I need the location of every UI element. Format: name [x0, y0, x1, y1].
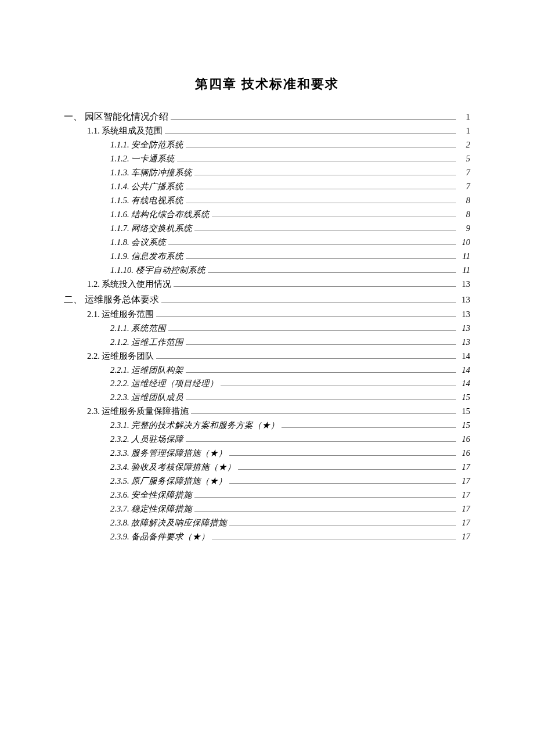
- toc-entry: 1.1.7. 网络交换机系统9: [64, 222, 470, 236]
- toc-entry-label: 2.1.2. 运维工作范围: [110, 336, 183, 350]
- toc-entry-page: 17: [459, 460, 470, 474]
- toc-entry-page: 7: [459, 166, 470, 180]
- toc-entry-label: 1.1.7. 网络交换机系统: [110, 222, 192, 236]
- toc-entry: 2.2.1. 运维团队构架14: [64, 363, 470, 377]
- toc-leader-line: [282, 427, 456, 428]
- toc-leader-line: [161, 302, 456, 303]
- toc-leader-line: [229, 483, 456, 484]
- toc-leader-line: [191, 413, 456, 414]
- toc-entry-label: 2.3.7. 稳定性保障措施: [110, 502, 192, 516]
- toc-entry-label: 2.2.3. 运维团队成员: [110, 391, 183, 405]
- toc-entry-label: 1.1.4. 公共广播系统: [110, 180, 183, 194]
- toc-entry-page: 17: [459, 488, 470, 502]
- toc-entry-page: 8: [459, 208, 470, 222]
- toc-entry-page: 11: [459, 264, 470, 278]
- toc-entry-label: 2.3.4. 验收及考核保障措施（★）: [110, 460, 236, 474]
- toc-leader-line: [229, 455, 456, 456]
- toc-entry-page: 17: [459, 474, 470, 488]
- toc-entry: 1.1. 系统组成及范围1: [64, 124, 470, 138]
- toc-entry-label: 2.3.9. 备品备件要求（★）: [110, 530, 210, 544]
- toc-entry: 1.1.8. 会议系统10: [64, 236, 470, 250]
- toc-entry-page: 10: [459, 236, 470, 250]
- toc-entry-page: 17: [459, 502, 470, 516]
- table-of-contents: 一、 园区智能化情况介绍11.1. 系统组成及范围11.1.1. 安全防范系统2…: [64, 109, 470, 544]
- toc-entry-page: 17: [459, 516, 470, 530]
- toc-entry-label: 1.1.3. 车辆防冲撞系统: [110, 166, 192, 180]
- toc-entry: 二、 运维服务总体要求13: [64, 292, 470, 307]
- toc-entry-label: 1.1.2. 一卡通系统: [110, 152, 175, 166]
- toc-leader-line: [168, 244, 456, 245]
- toc-entry: 1.1.4. 公共广播系统7: [64, 180, 470, 194]
- toc-entry-label: 1.1. 系统组成及范围: [87, 124, 163, 138]
- toc-leader-line: [186, 372, 456, 373]
- toc-entry-label: 2.2.2. 运维经理（项目经理）: [110, 377, 218, 391]
- toc-entry: 1.1.9. 信息发布系统11: [64, 250, 470, 264]
- toc-entry-label: 1.2. 系统投入使用情况: [87, 278, 171, 291]
- toc-entry-label: 2.2.1. 运维团队构架: [110, 363, 183, 377]
- toc-leader-line: [186, 189, 456, 189]
- toc-entry-page: 15: [459, 405, 470, 419]
- toc-entry-label: 2.1. 运维服务范围: [87, 308, 154, 322]
- toc-entry-page: 13: [459, 278, 470, 291]
- toc-leader-line: [177, 161, 456, 161]
- toc-entry-page: 5: [459, 152, 470, 166]
- toc-entry-label: 2.3.5. 原厂服务保障措施（★）: [110, 474, 227, 488]
- toc-entry-page: 14: [459, 377, 470, 391]
- toc-entry: 2.3.6. 安全性保障措施17: [64, 488, 470, 502]
- toc-entry: 1.1.6. 结构化综合布线系统8: [64, 208, 470, 222]
- toc-entry: 2.3.9. 备品备件要求（★）17: [64, 530, 470, 544]
- toc-entry-page: 13: [459, 336, 470, 350]
- toc-entry: 2.3.2. 人员驻场保障16: [64, 433, 470, 447]
- toc-entry: 2.2. 运维服务团队14: [64, 350, 470, 363]
- toc-entry: 2.3.8. 故障解决及响应保障措施17: [64, 516, 470, 530]
- toc-entry: 1.1.2. 一卡通系统5: [64, 152, 470, 166]
- toc-entry-label: 1.1.1. 安全防范系统: [110, 138, 183, 152]
- toc-entry-page: 8: [459, 194, 470, 208]
- toc-entry: 2.3.7. 稳定性保障措施17: [64, 502, 470, 516]
- toc-entry: 2.1. 运维服务范围13: [64, 308, 470, 322]
- toc-entry-page: 2: [459, 138, 470, 152]
- toc-entry-label: 1.1.5. 有线电视系统: [110, 194, 183, 208]
- toc-leader-line: [229, 525, 456, 525]
- toc-leader-line: [194, 497, 456, 498]
- toc-entry: 1.1.5. 有线电视系统8: [64, 194, 470, 208]
- toc-leader-line: [165, 133, 456, 134]
- toc-entry-page: 7: [459, 180, 470, 194]
- toc-leader-line: [221, 386, 456, 386]
- toc-leader-line: [186, 147, 456, 147]
- toc-entry: 2.3.3. 服务管理保障措施（★）16: [64, 447, 470, 460]
- toc-entry-label: 2.3.3. 服务管理保障措施（★）: [110, 447, 227, 460]
- toc-leader-line: [168, 330, 456, 331]
- toc-entry: 1.1.3. 车辆防冲撞系统7: [64, 166, 470, 180]
- toc-entry-page: 1: [459, 110, 470, 124]
- toc-leader-line: [186, 399, 456, 400]
- toc-leader-line: [208, 272, 457, 273]
- toc-leader-line: [186, 258, 456, 259]
- toc-entry-page: 16: [459, 447, 470, 460]
- toc-entry-label: 2.3.6. 安全性保障措施: [110, 488, 192, 502]
- toc-leader-line: [194, 231, 456, 231]
- toc-entry-page: 17: [459, 530, 470, 544]
- toc-entry-page: 9: [459, 222, 470, 236]
- toc-leader-line: [186, 203, 456, 203]
- toc-entry-label: 2.2. 运维服务团队: [87, 350, 154, 363]
- toc-entry: 1.1.10. 楼宇自动控制系统11: [64, 264, 470, 278]
- toc-entry-page: 14: [459, 350, 470, 363]
- toc-entry-page: 15: [459, 419, 470, 433]
- toc-leader-line: [194, 511, 456, 512]
- toc-entry-label: 1.1.8. 会议系统: [110, 236, 166, 250]
- toc-entry: 一、 园区智能化情况介绍1: [64, 109, 470, 124]
- toc-entry-page: 13: [459, 308, 470, 322]
- toc-entry-label: 2.3.8. 故障解决及响应保障措施: [110, 516, 227, 530]
- toc-entry-page: 15: [459, 391, 470, 405]
- toc-leader-line: [174, 286, 456, 287]
- toc-entry: 1.1.1. 安全防范系统2: [64, 138, 470, 152]
- toc-entry-page: 13: [459, 293, 470, 307]
- toc-entry-label: 二、 运维服务总体要求: [64, 292, 159, 307]
- toc-leader-line: [238, 469, 456, 470]
- toc-leader-line: [194, 175, 456, 175]
- toc-leader-line: [156, 316, 456, 317]
- toc-entry-label: 2.3.2. 人员驻场保障: [110, 433, 183, 447]
- toc-entry: 2.1.1. 系统范围13: [64, 322, 470, 336]
- toc-entry-page: 14: [459, 363, 470, 377]
